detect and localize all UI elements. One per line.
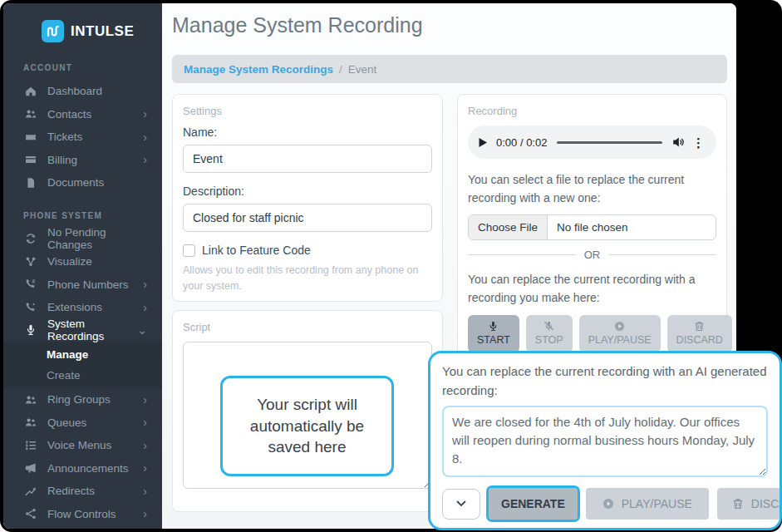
users-icon xyxy=(25,108,37,120)
chevron-down-icon: ⌄ xyxy=(137,324,147,336)
sidebar-item-visualize[interactable]: Visualize xyxy=(3,250,162,273)
sidebar-item-label: Contacts xyxy=(47,108,91,121)
settings-card: Settings Name: Description: Link to Feat… xyxy=(172,94,443,302)
ticket-icon xyxy=(25,131,37,143)
chevron-right-icon: › xyxy=(143,462,147,474)
sidebar-item-label: Phone Numbers xyxy=(47,278,129,291)
chevron-right-icon: › xyxy=(143,416,147,428)
name-label: Name: xyxy=(183,126,432,139)
breadcrumb-current: Event xyxy=(348,63,377,76)
sidebar-item-label: Announcements xyxy=(47,462,129,475)
menu-dots-icon[interactable]: ⋮ xyxy=(692,136,705,149)
sidebar-subitem-label: Manage xyxy=(47,348,88,361)
nodes-icon xyxy=(25,256,37,268)
chevron-right-icon: › xyxy=(143,440,147,451)
record-here-text: You can replace the current recording wi… xyxy=(468,271,716,307)
stop-label: STOP xyxy=(535,334,563,346)
sidebar-item-label: Tickets xyxy=(47,131,82,143)
credit-card-icon xyxy=(25,154,37,165)
sync-icon xyxy=(25,233,37,244)
volume-icon[interactable] xyxy=(672,136,685,148)
choose-file-button[interactable]: Choose File xyxy=(469,215,548,239)
sidebar-subitem-create[interactable]: Create xyxy=(3,365,162,386)
sidebar-item-billing[interactable]: Billing › xyxy=(3,149,162,172)
ai-play-pause-button[interactable]: PLAY/PAUSE xyxy=(586,488,709,520)
sidebar-item-ring-groups[interactable]: Ring Groups › xyxy=(3,388,162,411)
sidebar-item-label: Queues xyxy=(47,416,86,429)
sidebar-item-dashboard[interactable]: Dashboard xyxy=(3,80,162,103)
settings-card-title: Settings xyxy=(183,105,432,117)
microphone-icon xyxy=(25,324,37,336)
sidebar-item-flow-controls[interactable]: Flow Controls › xyxy=(3,503,162,526)
link-to-feature-code-checkbox[interactable] xyxy=(183,244,195,257)
ai-discard-label: DISCARD xyxy=(751,497,782,510)
sidebar-item-phone-numbers[interactable]: # Phone Numbers › xyxy=(3,273,162,297)
page-title: Manage System Recording xyxy=(172,13,423,37)
sidebar-item-tickets[interactable]: Tickets › xyxy=(3,126,162,149)
ordered-list-icon xyxy=(25,440,37,451)
sidebar-item-announcements[interactable]: Announcements › xyxy=(3,457,162,480)
callout-text: Your script will automatically be saved … xyxy=(236,394,378,458)
sidebar-subitem-manage[interactable]: Manage xyxy=(3,344,162,365)
stop-button[interactable]: STOP xyxy=(526,315,573,352)
description-label: Description: xyxy=(183,185,432,198)
audio-seek-bar[interactable] xyxy=(557,141,662,144)
ai-script-textarea[interactable]: We are closed for the 4th of July holida… xyxy=(442,406,768,477)
discard-button[interactable]: DISCARD xyxy=(667,315,732,352)
redirect-arrow-icon xyxy=(25,485,37,497)
sidebar-item-queues[interactable]: Queues › xyxy=(3,411,162,435)
chevron-right-icon: › xyxy=(143,302,147,313)
sidebar-item-no-pending-changes[interactable]: No Pending Changes xyxy=(3,228,162,251)
sidebar: INTULSE ACCOUNT Dashboard Contacts › Tic… xyxy=(3,3,162,529)
microphone-slash-icon xyxy=(543,321,554,332)
sidebar-item-label: Flow Controls xyxy=(47,508,116,520)
voice-options-dropdown-button[interactable] xyxy=(442,489,480,520)
sidebar-item-documents[interactable]: Documents xyxy=(3,171,162,195)
sidebar-item-system-recordings[interactable]: System Recordings ⌄ xyxy=(3,319,162,342)
section-header-phone-system: PHONE SYSTEM xyxy=(3,211,162,220)
file-upload-input[interactable]: Choose File No file chosen xyxy=(468,214,716,240)
chevron-right-icon: › xyxy=(143,108,147,120)
home-icon xyxy=(25,86,37,97)
sidebar-item-label: Documents xyxy=(47,176,104,189)
sidebar-item-label: System Recordings xyxy=(47,318,137,342)
users-icon xyxy=(25,416,37,428)
description-field[interactable] xyxy=(183,204,432,232)
sidebar-item-extensions[interactable]: Extensions › xyxy=(3,296,162,319)
microphone-icon xyxy=(488,321,499,332)
name-field[interactable] xyxy=(183,145,432,173)
ai-recording-panel: You can replace the current recording wi… xyxy=(428,351,782,530)
recorder-buttons: START STOP PLAY/PAUSE DISCARD xyxy=(468,315,716,352)
sidebar-item-contacts[interactable]: Contacts › xyxy=(3,103,162,126)
start-button[interactable]: START xyxy=(468,315,519,352)
svg-text:#: # xyxy=(32,278,36,284)
sidebar-item-redirects[interactable]: Redirects › xyxy=(3,480,162,503)
sidebar-item-label: Ring Groups xyxy=(47,393,111,406)
document-icon xyxy=(25,177,37,189)
sidebar-subitem-label: Create xyxy=(47,369,81,382)
play-icon[interactable] xyxy=(478,137,488,148)
sidebar-item-label: Voice Menus xyxy=(47,439,111,451)
play-pause-label: PLAY/PAUSE xyxy=(588,334,652,346)
sidebar-item-label: Extensions xyxy=(47,301,102,313)
script-card-title: Script xyxy=(183,321,432,333)
breadcrumb-link[interactable]: Manage System Recordings xyxy=(184,63,333,76)
chevron-right-icon: › xyxy=(143,394,147,406)
audio-player[interactable]: 0:00 / 0:02 ⋮ xyxy=(468,126,716,159)
feature-code-helper-text: Allows you to edit this recording from a… xyxy=(183,263,432,294)
generate-button[interactable]: GENERATE xyxy=(489,488,578,520)
ai-panel-buttons: GENERATE PLAY/PAUSE DISCARD xyxy=(442,488,768,520)
screenshot-frame: INTULSE ACCOUNT Dashboard Contacts › Tic… xyxy=(0,0,782,532)
script-autosave-callout: Your script will automatically be saved … xyxy=(220,376,394,476)
brand-name: INTULSE xyxy=(71,23,134,40)
sidebar-item-voice-menus[interactable]: Voice Menus › xyxy=(3,434,162,457)
brand-logo[interactable]: INTULSE xyxy=(3,3,162,47)
ai-discard-button[interactable]: DISCARD xyxy=(717,488,782,520)
waveform-icon xyxy=(42,20,64,42)
play-pause-button[interactable]: PLAY/PAUSE xyxy=(579,315,661,352)
discard-label: DISCARD xyxy=(676,334,723,346)
sidebar-item-label: No Pending Changes xyxy=(47,226,147,251)
audio-time: 0:00 / 0:02 xyxy=(496,136,547,149)
or-divider: OR xyxy=(468,249,716,261)
no-file-chosen-text: No file chosen xyxy=(548,221,637,234)
